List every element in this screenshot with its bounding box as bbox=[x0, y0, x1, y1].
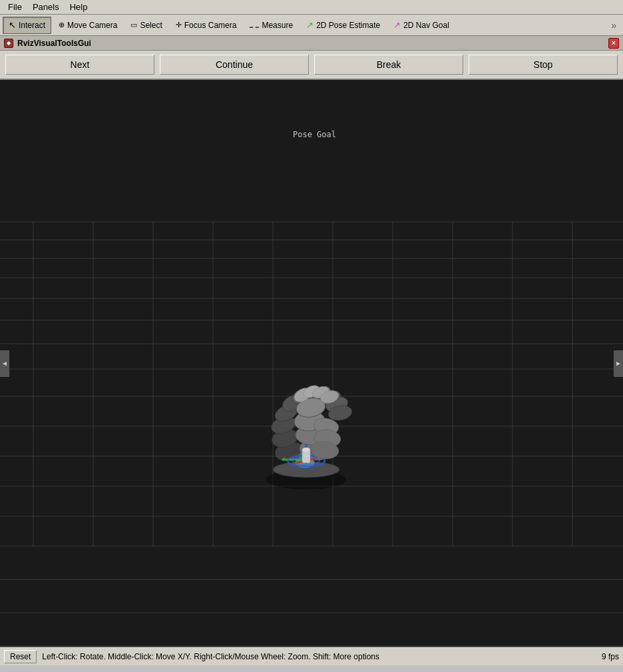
panel-icon: ◆ bbox=[4, 39, 13, 48]
pose-estimate-label: 2D Pose Estimate bbox=[316, 21, 380, 30]
robot-model bbox=[213, 273, 399, 506]
statusbar: Reset Left-Click: Rotate. Middle-Click: … bbox=[0, 647, 623, 665]
measure-icon bbox=[250, 23, 259, 28]
fps-counter: 9 fps bbox=[602, 652, 619, 661]
select-label: Select bbox=[140, 21, 162, 30]
focus-camera-label: Focus Camera bbox=[184, 21, 237, 30]
pose2d-icon: ↗ bbox=[306, 20, 313, 30]
left-panel-handle[interactable]: ◄ bbox=[0, 350, 9, 377]
nav-goal-label: 2D Nav Goal bbox=[403, 21, 449, 30]
toolbar-focus-camera-btn[interactable]: ✛ Focus Camera bbox=[170, 17, 243, 34]
panel-title: RvizVisualToolsGui bbox=[17, 39, 608, 48]
panel-titlebar: ◆ RvizVisualToolsGui × bbox=[0, 36, 623, 51]
svg-point-55 bbox=[302, 448, 310, 452]
focus-icon: ✛ bbox=[176, 21, 182, 29]
menubar: File Panels Help bbox=[0, 0, 623, 15]
statusbar-hint: Left-Click: Rotate. Middle-Click: Move X… bbox=[42, 652, 596, 661]
reset-button[interactable]: Reset bbox=[4, 650, 37, 663]
move-camera-label: Move Camera bbox=[67, 21, 117, 30]
select-icon: ▭ bbox=[130, 21, 137, 29]
toolbar-measure-btn[interactable]: Measure bbox=[244, 17, 299, 34]
pose-goal-label: Pose Goal bbox=[293, 130, 336, 139]
toolbar-select-btn[interactable]: ▭ Select bbox=[124, 17, 168, 34]
menu-panels[interactable]: Panels bbox=[27, 1, 65, 13]
toolbar-more-btn[interactable]: » bbox=[607, 19, 620, 32]
toolbar: ↖ Interact ⊕ Move Camera ▭ Select ✛ Focu… bbox=[0, 15, 623, 36]
nav2d-icon: ↗ bbox=[393, 20, 401, 30]
measure-label: Measure bbox=[262, 21, 293, 30]
toolbar-pose-estimate-btn[interactable]: ↗ 2D Pose Estimate bbox=[300, 17, 386, 34]
interact-label: Interact bbox=[19, 21, 45, 30]
break-button[interactable]: Break bbox=[314, 55, 463, 75]
controls-row: Next Continue Break Stop bbox=[0, 51, 623, 80]
right-panel-handle[interactable]: ► bbox=[614, 350, 623, 377]
continue-button[interactable]: Continue bbox=[160, 55, 309, 75]
menu-file[interactable]: File bbox=[3, 1, 27, 13]
toolbar-move-camera-btn[interactable]: ⊕ Move Camera bbox=[53, 17, 123, 34]
toolbar-nav-goal-btn[interactable]: ↗ 2D Nav Goal bbox=[387, 17, 455, 34]
stop-button[interactable]: Stop bbox=[469, 55, 618, 75]
menu-help[interactable]: Help bbox=[65, 1, 93, 13]
next-button[interactable]: Next bbox=[5, 55, 154, 75]
toolbar-interact-btn[interactable]: ↖ Interact bbox=[3, 17, 51, 34]
panel-close-btn[interactable]: × bbox=[608, 38, 619, 49]
cursor-icon: ↖ bbox=[9, 20, 16, 30]
camera-icon: ⊕ bbox=[59, 21, 65, 29]
viewport[interactable]: Pose Goal bbox=[0, 80, 623, 647]
